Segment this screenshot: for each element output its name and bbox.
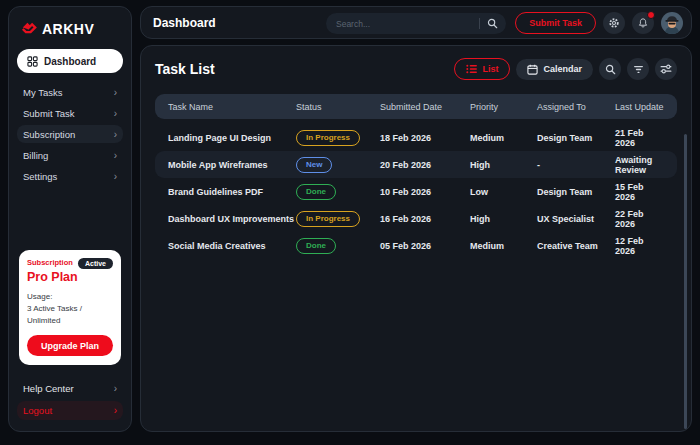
table-header: Task Name Status Submitted Date Priority… (155, 94, 677, 119)
column-header-assigned-to: Assigned To (537, 102, 615, 112)
sort-settings-button[interactable] (655, 58, 677, 80)
assigned-to-cell: Creative Team (537, 241, 615, 251)
assigned-to-cell: Design Team (537, 133, 615, 143)
submit-task-button[interactable]: Submit Task (515, 12, 596, 34)
column-header-last-update: Last Update (615, 102, 664, 112)
last-update-cell: 21 Feb 2026 (615, 128, 664, 148)
priority-cell: High (470, 214, 537, 224)
view-toggle-list[interactable]: List (454, 58, 510, 80)
dashboard-grid-icon (27, 56, 38, 67)
upgrade-plan-button[interactable]: Upgrade Plan (27, 335, 113, 356)
submitted-date-cell: 18 Feb 2026 (380, 133, 470, 143)
chevron-right-icon: › (114, 87, 117, 98)
search-icon (487, 18, 498, 29)
scrollbar[interactable] (684, 134, 687, 429)
sidebar-item-my-tasks[interactable]: My Tasks › (17, 83, 123, 101)
column-header-submitted-date: Submitted Date (380, 102, 470, 112)
table-search-button[interactable] (599, 58, 621, 80)
nav-label: Subscription (23, 129, 75, 140)
table-row[interactable]: Social Media Creatives Done 05 Feb 2026 … (155, 232, 677, 259)
status-badge: Done (296, 184, 336, 200)
task-name-cell: Dashboard UX Improvements (168, 214, 296, 224)
view-toggle-calendar[interactable]: Calendar (516, 59, 593, 80)
last-update-cell: 22 Feb 2026 (615, 209, 664, 229)
task-list-panel: Task List List Calendar (140, 45, 692, 432)
nav-label: My Tasks (23, 87, 62, 98)
submitted-date-cell: 05 Feb 2026 (380, 241, 470, 251)
status-badge: New (296, 157, 332, 173)
chevron-right-icon: › (114, 383, 117, 394)
priority-cell: Medium (470, 241, 537, 251)
assigned-to-cell: UX Specialist (537, 214, 615, 224)
settings-button[interactable] (603, 12, 625, 34)
plan-name: Pro Plan (27, 270, 113, 284)
priority-cell: Low (470, 187, 537, 197)
bell-icon (637, 17, 649, 29)
usage-label: Usage: (27, 291, 113, 303)
nav-label: Help Center (23, 383, 74, 394)
sidebar-active-label: Dashboard (44, 56, 96, 67)
sidebar-item-subscription[interactable]: Subscription › (17, 125, 123, 143)
column-header-task-name: Task Name (168, 102, 296, 112)
chevron-right-icon: › (114, 150, 117, 161)
gear-icon (608, 17, 620, 29)
divider (479, 18, 480, 29)
search-icon (605, 64, 616, 75)
status-badge: Done (296, 238, 336, 254)
sidebar-item-help-center[interactable]: Help Center › (17, 379, 123, 398)
priority-cell: High (470, 160, 537, 170)
task-name-cell: Brand Guidelines PDF (168, 187, 296, 197)
page-title: Dashboard (153, 16, 216, 30)
sidebar-item-settings[interactable]: Settings › (17, 167, 123, 185)
list-icon (466, 64, 477, 74)
chevron-right-icon: › (114, 108, 117, 119)
avatar-image (661, 12, 683, 34)
search-input[interactable] (336, 19, 479, 29)
nav-label: Billing (23, 150, 48, 161)
last-update-cell: Awaiting Review (615, 155, 664, 175)
subscription-card: Subscription Active Pro Plan Usage: 3 Ac… (19, 250, 121, 365)
last-update-cell: 12 Feb 2026 (615, 236, 664, 256)
submitted-date-cell: 20 Feb 2026 (380, 160, 470, 170)
sidebar-item-dashboard[interactable]: Dashboard (17, 49, 123, 73)
table-row[interactable]: Mobile App Wireframes New 20 Feb 2026 Hi… (155, 151, 677, 178)
table-row[interactable]: Dashboard UX Improvements In Progress 16… (155, 205, 677, 232)
column-header-priority: Priority (470, 102, 537, 112)
logo-text: ARKHV (42, 21, 94, 37)
priority-cell: Medium (470, 133, 537, 143)
column-header-status: Status (296, 102, 380, 112)
table-row[interactable]: Landing Page UI Design In Progress 18 Fe… (155, 124, 677, 151)
chevron-right-icon: › (114, 171, 117, 182)
assigned-to-cell: Design Team (537, 187, 615, 197)
logo-icon (21, 22, 37, 36)
sidebar-item-submit-task[interactable]: Submit Task › (17, 104, 123, 122)
subscription-eyebrow: Subscription (27, 258, 73, 267)
calendar-icon (527, 64, 538, 75)
table-row[interactable]: Brand Guidelines PDF Done 10 Feb 2026 Lo… (155, 178, 677, 205)
filter-icon (633, 65, 644, 74)
chevron-right-icon: › (114, 129, 117, 140)
avatar[interactable] (661, 12, 683, 34)
nav-label: Logout (23, 405, 52, 416)
nav-label: Submit Task (23, 108, 75, 119)
sidebar: ARKHV Dashboard My Tasks › Submit Task ›… (8, 6, 132, 432)
sidebar-item-logout[interactable]: Logout › (17, 401, 123, 420)
task-name-cell: Landing Page UI Design (168, 133, 296, 143)
status-badge: In Progress (296, 130, 360, 146)
top-bar: Dashboard Submit Task (140, 6, 692, 39)
filter-button[interactable] (627, 58, 649, 80)
sidebar-item-billing[interactable]: Billing › (17, 146, 123, 164)
assigned-to-cell: - (537, 160, 615, 170)
search-box[interactable] (326, 13, 506, 34)
task-name-cell: Social Media Creatives (168, 241, 296, 251)
calendar-toggle-label: Calendar (543, 64, 582, 74)
status-badge: In Progress (296, 211, 360, 227)
logo: ARKHV (17, 17, 123, 49)
notifications-button[interactable] (632, 12, 654, 34)
list-toggle-label: List (482, 64, 498, 74)
chevron-right-icon: › (114, 405, 117, 416)
last-update-cell: 15 Feb 2026 (615, 182, 664, 202)
usage-value: 3 Active Tasks / Unlimited (27, 303, 113, 327)
sliders-icon (660, 64, 672, 74)
submitted-date-cell: 10 Feb 2026 (380, 187, 470, 197)
